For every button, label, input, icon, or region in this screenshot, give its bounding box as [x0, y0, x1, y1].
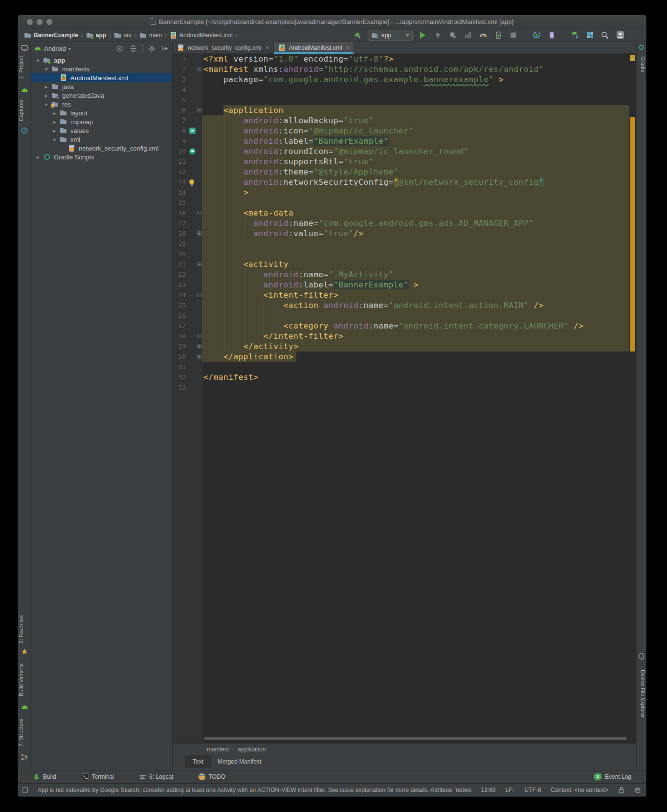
code-line-27[interactable]: 27 <category android:name="android.inten… — [173, 321, 636, 331]
build-hammer-icon[interactable] — [353, 30, 363, 41]
tab-merged-manifest[interactable]: Merged Manifest — [211, 755, 268, 768]
expand-arrow-icon[interactable]: ▸ — [51, 119, 58, 125]
breadcrumb-BannerExample[interactable]: BannerExample — [23, 31, 79, 39]
tab-todo[interactable]: TODO — [199, 773, 225, 780]
settings-gear-icon[interactable] — [148, 45, 156, 52]
code-line-31[interactable]: 31 — [173, 362, 636, 372]
tree-item-Gradle Scripts[interactable]: ▸Gradle Scripts — [31, 153, 172, 161]
editor-tab-network-security-config[interactable]: <> network_security_config.xml × — [173, 42, 274, 53]
profiler-clock-icon[interactable] — [21, 127, 28, 134]
code-line-17[interactable]: 17 android:name="com.google.android.gms.… — [173, 218, 636, 228]
code-line-24[interactable]: 24 <intent-filter> — [173, 290, 636, 300]
code-line-8[interactable]: 8 android:icon="@mipmap/ic_launcher" — [173, 126, 636, 136]
zoom-window-button[interactable] — [46, 19, 52, 25]
code-line-4[interactable]: 4 — [173, 85, 636, 95]
tree-item-java[interactable]: ▸java — [31, 82, 172, 91]
code-line-22[interactable]: 22 android:name=".MyActivity" — [173, 269, 636, 280]
code-line-26[interactable]: 26 — [173, 310, 636, 321]
tab-event-log[interactable]: 2 Event Log — [594, 773, 631, 781]
code-line-9[interactable]: 9 android:label="BannerExample" — [173, 136, 636, 146]
file-encoding-widget[interactable]: UTF-8 — [525, 787, 541, 793]
tab-device-file-explorer[interactable]: Device File Explorer — [637, 662, 646, 725]
code-line-5[interactable]: 5 — [173, 95, 636, 105]
tab-build[interactable]: Build — [33, 773, 56, 781]
search-everywhere-icon[interactable] — [600, 30, 610, 41]
fold-marker-icon[interactable] — [197, 334, 201, 338]
tab-structure[interactable]: 7: Structure — [18, 715, 30, 751]
project-toolwindow-icon[interactable] — [21, 44, 28, 51]
profile-button[interactable] — [463, 30, 473, 41]
code-line-23[interactable]: 23 android:label="BannerExample" > — [173, 280, 636, 290]
code-line-6[interactable]: 6 <application — [173, 105, 636, 115]
breadcrumb-src[interactable]: src — [113, 31, 133, 39]
tree-item-generatedJava[interactable]: ▸generatedJava — [31, 91, 172, 100]
context-widget[interactable]: Context: <no context> — [551, 787, 608, 793]
collapse-all-icon[interactable] — [130, 45, 137, 52]
tree-item-manifests[interactable]: ▾manifests — [31, 65, 172, 73]
fold-marker-icon[interactable] — [197, 293, 201, 297]
fold-marker-icon[interactable] — [197, 262, 201, 266]
code-line-3[interactable]: 3 package="com.google.android.gms.exampl… — [173, 74, 636, 85]
code-line-19[interactable]: 19 — [173, 239, 636, 249]
code-line-7[interactable]: 7 android:allowBackup="true" — [173, 115, 636, 126]
sdk-manager-icon[interactable] — [569, 30, 580, 41]
tree-item-res[interactable]: ▾res — [31, 100, 172, 109]
expand-arrow-icon[interactable]: ▸ — [43, 84, 49, 89]
fold-marker-icon[interactable] — [197, 231, 201, 236]
close-tab-icon[interactable]: × — [266, 44, 269, 51]
avatar-icon[interactable] — [615, 30, 625, 41]
fold-marker-icon[interactable] — [197, 344, 201, 349]
layout-inspector-icon[interactable] — [584, 30, 595, 41]
code-line-16[interactable]: 16 <meta-data — [173, 208, 636, 218]
editor-tab-androidmanifest[interactable]: AndroidManifest.xml × — [274, 42, 355, 53]
expand-arrow-icon[interactable]: ▾ — [35, 58, 41, 63]
expand-arrow-icon[interactable]: ▾ — [51, 137, 58, 142]
breadcrumb-AndroidManifest.xml[interactable]: AndroidManifest.xml — [169, 31, 234, 39]
expand-arrow-icon[interactable]: ▸ — [51, 128, 58, 133]
code-line-11[interactable]: 11 android:supportsRtl="true" — [173, 156, 636, 167]
attach-device-icon[interactable] — [493, 30, 504, 41]
tab-project[interactable]: 1: Project — [18, 52, 30, 83]
tab-build-variants[interactable]: Build Variants — [18, 659, 30, 700]
profiler-gauge-icon[interactable] — [478, 30, 489, 41]
stop-button[interactable] — [508, 30, 519, 41]
tree-item-layout[interactable]: ▸layout — [31, 109, 172, 117]
horizontal-scrollbar[interactable] — [204, 737, 626, 740]
code-line-33[interactable]: 33 — [173, 382, 636, 393]
line-separator-widget[interactable]: LF↕ — [506, 787, 515, 793]
tab-logcat[interactable]: 6: Logcat — [139, 773, 173, 780]
breadcrumb-manifest[interactable]: manifest — [207, 746, 229, 753]
code-line-25[interactable]: 25 <action android:name="android.intent.… — [173, 300, 636, 310]
toolwindow-toggle-icon[interactable] — [22, 787, 28, 793]
expand-arrow-icon[interactable]: ▸ — [35, 154, 41, 160]
code-line-30[interactable]: 30 </application> — [173, 351, 636, 362]
code-line-18[interactable]: 18 android:value="true"/> — [173, 228, 636, 239]
fold-marker-icon[interactable] — [197, 354, 201, 359]
close-window-button[interactable] — [27, 19, 33, 25]
tree-item-network_security_config.xml[interactable]: <>network_security_config.xml — [31, 144, 172, 153]
tree-item-AndroidManifest.xml[interactable]: AndroidManifest.xml — [31, 73, 172, 82]
breadcrumb-application[interactable]: application — [238, 746, 266, 753]
code-line-10[interactable]: 10 android:roundIcon="@mipmap/ic_launche… — [173, 146, 636, 156]
inspections-face-icon[interactable] — [634, 787, 641, 793]
apply-changes-icon[interactable] — [432, 30, 443, 41]
expand-arrow-icon[interactable]: ▾ — [43, 66, 49, 72]
code-line-2[interactable]: 2<manifest xmlns:android="http://schemas… — [173, 64, 636, 74]
code-line-15[interactable]: 15 — [173, 198, 636, 208]
tree-item-xml[interactable]: ▾xml — [31, 135, 172, 144]
code-line-14[interactable]: 14 > — [173, 187, 636, 198]
hide-panel-icon[interactable] — [162, 45, 169, 52]
expand-arrow-icon[interactable]: ▾ — [43, 102, 49, 107]
expand-arrow-icon[interactable]: ▸ — [43, 93, 49, 98]
code-line-20[interactable]: 20 — [173, 249, 636, 259]
fold-marker-icon[interactable] — [197, 211, 201, 215]
lock-icon[interactable] — [618, 787, 624, 793]
tree-item-values[interactable]: ▸values — [31, 126, 172, 135]
code-line-21[interactable]: 21 <activity — [173, 259, 636, 269]
tree-item-app[interactable]: ▾app — [31, 56, 172, 65]
tree-item-mipmap[interactable]: ▸mipmap — [31, 117, 172, 126]
code-line-12[interactable]: 12 android:theme="@style/AppTheme" — [173, 167, 636, 177]
fold-marker-icon[interactable] — [197, 67, 201, 71]
project-view-select[interactable]: Android — [44, 45, 66, 52]
tab-terminal[interactable]: >_ Terminal — [82, 773, 114, 780]
